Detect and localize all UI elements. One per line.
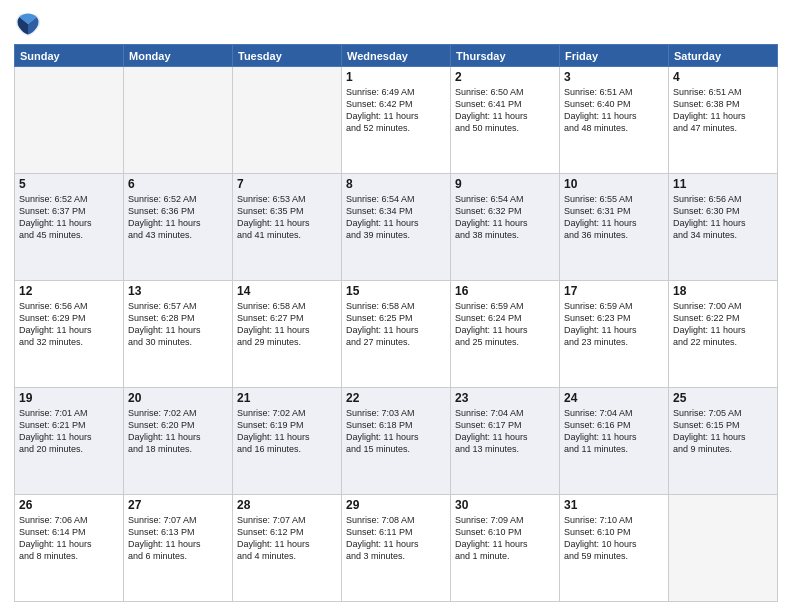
day-number: 12 — [19, 284, 119, 298]
day-number: 2 — [455, 70, 555, 84]
cell-details: Sunrise: 7:04 AM Sunset: 6:17 PM Dayligh… — [455, 407, 555, 456]
day-number: 1 — [346, 70, 446, 84]
cell-details: Sunrise: 7:07 AM Sunset: 6:12 PM Dayligh… — [237, 514, 337, 563]
weekday-monday: Monday — [124, 45, 233, 67]
calendar-cell — [124, 67, 233, 174]
calendar-cell: 22Sunrise: 7:03 AM Sunset: 6:18 PM Dayli… — [342, 388, 451, 495]
cell-details: Sunrise: 7:07 AM Sunset: 6:13 PM Dayligh… — [128, 514, 228, 563]
calendar-cell — [15, 67, 124, 174]
cell-details: Sunrise: 7:10 AM Sunset: 6:10 PM Dayligh… — [564, 514, 664, 563]
calendar-cell: 2Sunrise: 6:50 AM Sunset: 6:41 PM Daylig… — [451, 67, 560, 174]
day-number: 21 — [237, 391, 337, 405]
cell-details: Sunrise: 6:49 AM Sunset: 6:42 PM Dayligh… — [346, 86, 446, 135]
cell-details: Sunrise: 6:57 AM Sunset: 6:28 PM Dayligh… — [128, 300, 228, 349]
cell-details: Sunrise: 6:55 AM Sunset: 6:31 PM Dayligh… — [564, 193, 664, 242]
calendar-cell: 12Sunrise: 6:56 AM Sunset: 6:29 PM Dayli… — [15, 281, 124, 388]
cell-details: Sunrise: 6:56 AM Sunset: 6:29 PM Dayligh… — [19, 300, 119, 349]
day-number: 20 — [128, 391, 228, 405]
calendar-cell: 25Sunrise: 7:05 AM Sunset: 6:15 PM Dayli… — [669, 388, 778, 495]
cell-details: Sunrise: 6:51 AM Sunset: 6:40 PM Dayligh… — [564, 86, 664, 135]
cell-details: Sunrise: 6:54 AM Sunset: 6:32 PM Dayligh… — [455, 193, 555, 242]
calendar-cell: 31Sunrise: 7:10 AM Sunset: 6:10 PM Dayli… — [560, 495, 669, 602]
day-number: 10 — [564, 177, 664, 191]
calendar-cell: 21Sunrise: 7:02 AM Sunset: 6:19 PM Dayli… — [233, 388, 342, 495]
week-row-5: 26Sunrise: 7:06 AM Sunset: 6:14 PM Dayli… — [15, 495, 778, 602]
weekday-friday: Friday — [560, 45, 669, 67]
cell-details: Sunrise: 7:05 AM Sunset: 6:15 PM Dayligh… — [673, 407, 773, 456]
week-row-2: 5Sunrise: 6:52 AM Sunset: 6:37 PM Daylig… — [15, 174, 778, 281]
calendar-cell — [233, 67, 342, 174]
week-row-3: 12Sunrise: 6:56 AM Sunset: 6:29 PM Dayli… — [15, 281, 778, 388]
calendar-cell: 1Sunrise: 6:49 AM Sunset: 6:42 PM Daylig… — [342, 67, 451, 174]
calendar-cell: 17Sunrise: 6:59 AM Sunset: 6:23 PM Dayli… — [560, 281, 669, 388]
day-number: 9 — [455, 177, 555, 191]
day-number: 7 — [237, 177, 337, 191]
cell-details: Sunrise: 6:51 AM Sunset: 6:38 PM Dayligh… — [673, 86, 773, 135]
cell-details: Sunrise: 6:59 AM Sunset: 6:23 PM Dayligh… — [564, 300, 664, 349]
day-number: 5 — [19, 177, 119, 191]
calendar-cell: 19Sunrise: 7:01 AM Sunset: 6:21 PM Dayli… — [15, 388, 124, 495]
calendar-cell: 14Sunrise: 6:58 AM Sunset: 6:27 PM Dayli… — [233, 281, 342, 388]
day-number: 29 — [346, 498, 446, 512]
cell-details: Sunrise: 7:02 AM Sunset: 6:20 PM Dayligh… — [128, 407, 228, 456]
day-number: 8 — [346, 177, 446, 191]
cell-details: Sunrise: 6:52 AM Sunset: 6:36 PM Dayligh… — [128, 193, 228, 242]
day-number: 16 — [455, 284, 555, 298]
calendar-cell: 13Sunrise: 6:57 AM Sunset: 6:28 PM Dayli… — [124, 281, 233, 388]
day-number: 30 — [455, 498, 555, 512]
cell-details: Sunrise: 7:09 AM Sunset: 6:10 PM Dayligh… — [455, 514, 555, 563]
logo-icon — [14, 10, 42, 38]
cell-details: Sunrise: 6:52 AM Sunset: 6:37 PM Dayligh… — [19, 193, 119, 242]
calendar-cell: 11Sunrise: 6:56 AM Sunset: 6:30 PM Dayli… — [669, 174, 778, 281]
cell-details: Sunrise: 6:54 AM Sunset: 6:34 PM Dayligh… — [346, 193, 446, 242]
week-row-1: 1Sunrise: 6:49 AM Sunset: 6:42 PM Daylig… — [15, 67, 778, 174]
calendar-cell: 9Sunrise: 6:54 AM Sunset: 6:32 PM Daylig… — [451, 174, 560, 281]
day-number: 27 — [128, 498, 228, 512]
calendar-cell: 4Sunrise: 6:51 AM Sunset: 6:38 PM Daylig… — [669, 67, 778, 174]
calendar-cell — [669, 495, 778, 602]
cell-details: Sunrise: 7:00 AM Sunset: 6:22 PM Dayligh… — [673, 300, 773, 349]
weekday-wednesday: Wednesday — [342, 45, 451, 67]
calendar-cell: 5Sunrise: 6:52 AM Sunset: 6:37 PM Daylig… — [15, 174, 124, 281]
cell-details: Sunrise: 7:02 AM Sunset: 6:19 PM Dayligh… — [237, 407, 337, 456]
cell-details: Sunrise: 6:53 AM Sunset: 6:35 PM Dayligh… — [237, 193, 337, 242]
day-number: 22 — [346, 391, 446, 405]
cell-details: Sunrise: 6:58 AM Sunset: 6:25 PM Dayligh… — [346, 300, 446, 349]
calendar-cell: 3Sunrise: 6:51 AM Sunset: 6:40 PM Daylig… — [560, 67, 669, 174]
day-number: 15 — [346, 284, 446, 298]
calendar-cell: 10Sunrise: 6:55 AM Sunset: 6:31 PM Dayli… — [560, 174, 669, 281]
header — [14, 10, 778, 38]
cell-details: Sunrise: 6:56 AM Sunset: 6:30 PM Dayligh… — [673, 193, 773, 242]
weekday-saturday: Saturday — [669, 45, 778, 67]
calendar-cell: 15Sunrise: 6:58 AM Sunset: 6:25 PM Dayli… — [342, 281, 451, 388]
day-number: 3 — [564, 70, 664, 84]
cell-details: Sunrise: 7:08 AM Sunset: 6:11 PM Dayligh… — [346, 514, 446, 563]
week-row-4: 19Sunrise: 7:01 AM Sunset: 6:21 PM Dayli… — [15, 388, 778, 495]
day-number: 14 — [237, 284, 337, 298]
day-number: 31 — [564, 498, 664, 512]
calendar-cell: 23Sunrise: 7:04 AM Sunset: 6:17 PM Dayli… — [451, 388, 560, 495]
calendar-cell: 29Sunrise: 7:08 AM Sunset: 6:11 PM Dayli… — [342, 495, 451, 602]
day-number: 24 — [564, 391, 664, 405]
cell-details: Sunrise: 6:59 AM Sunset: 6:24 PM Dayligh… — [455, 300, 555, 349]
day-number: 6 — [128, 177, 228, 191]
weekday-thursday: Thursday — [451, 45, 560, 67]
calendar-table: SundayMondayTuesdayWednesdayThursdayFrid… — [14, 44, 778, 602]
cell-details: Sunrise: 6:50 AM Sunset: 6:41 PM Dayligh… — [455, 86, 555, 135]
weekday-header-row: SundayMondayTuesdayWednesdayThursdayFrid… — [15, 45, 778, 67]
calendar-cell: 27Sunrise: 7:07 AM Sunset: 6:13 PM Dayli… — [124, 495, 233, 602]
day-number: 26 — [19, 498, 119, 512]
weekday-sunday: Sunday — [15, 45, 124, 67]
calendar-cell: 18Sunrise: 7:00 AM Sunset: 6:22 PM Dayli… — [669, 281, 778, 388]
calendar-cell: 8Sunrise: 6:54 AM Sunset: 6:34 PM Daylig… — [342, 174, 451, 281]
calendar-cell: 28Sunrise: 7:07 AM Sunset: 6:12 PM Dayli… — [233, 495, 342, 602]
calendar-cell: 7Sunrise: 6:53 AM Sunset: 6:35 PM Daylig… — [233, 174, 342, 281]
cell-details: Sunrise: 7:01 AM Sunset: 6:21 PM Dayligh… — [19, 407, 119, 456]
calendar-cell: 26Sunrise: 7:06 AM Sunset: 6:14 PM Dayli… — [15, 495, 124, 602]
day-number: 19 — [19, 391, 119, 405]
day-number: 28 — [237, 498, 337, 512]
calendar-cell: 24Sunrise: 7:04 AM Sunset: 6:16 PM Dayli… — [560, 388, 669, 495]
cell-details: Sunrise: 7:04 AM Sunset: 6:16 PM Dayligh… — [564, 407, 664, 456]
day-number: 4 — [673, 70, 773, 84]
day-number: 18 — [673, 284, 773, 298]
